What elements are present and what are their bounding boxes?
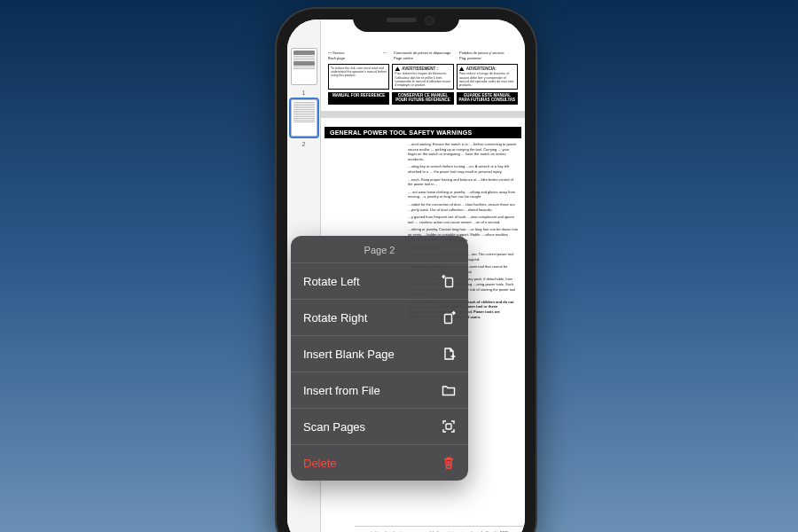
menu-item-label: Delete xyxy=(303,457,337,470)
rotate-right-button[interactable]: Rotate Right xyxy=(291,299,468,335)
warning-box-fr: AVERTISSEMENT : Pour réduire les risques… xyxy=(392,64,453,90)
save-manual-bar-fr: CONSERVER CE MANUEL POUR FUTURE RÉFÉRENC… xyxy=(392,92,453,105)
trash-icon xyxy=(442,456,456,470)
document-bottom-cutoff: power tool in a damp location is …e a gr… xyxy=(355,526,525,532)
thumbnail-label: 2 xyxy=(302,141,306,147)
toc-entry: Back page xyxy=(328,56,345,60)
folder-icon xyxy=(442,383,456,397)
warning-triangle-icon xyxy=(395,66,400,71)
thumbnail-label: 1 xyxy=(302,90,306,96)
rotate-left-button[interactable]: Rotate Left xyxy=(291,262,468,299)
warning-triangle-icon xyxy=(459,66,465,71)
toc-entry: Commande de pièces et dépannage xyxy=(394,51,451,55)
svg-rect-0 xyxy=(446,278,453,287)
save-manual-bar-en: MANUAL FOR REFERENCE xyxy=(328,92,389,105)
toc-entry: Pedidos de piezas y servicio xyxy=(459,51,504,55)
insert-blank-page-button[interactable]: Insert Blank Page xyxy=(291,335,468,372)
scan-icon xyxy=(442,419,456,434)
iphone-frame: 1 2 ⋯ Service⋯ Back page xyxy=(277,9,536,532)
thumbnail-page-1[interactable] xyxy=(291,48,317,85)
menu-item-label: Insert Blank Page xyxy=(303,348,395,361)
section-heading: GENERAL POWER TOOL SAFETY WARNINGS xyxy=(325,127,521,138)
page-context-menu: Page 2 Rotate Left Rotate Right Insert B… xyxy=(291,236,468,481)
menu-item-label: Scan Pages xyxy=(303,420,365,434)
iphone-notch xyxy=(353,9,459,32)
thumbnail-page-2[interactable] xyxy=(291,99,317,137)
rotate-right-icon xyxy=(442,310,456,325)
svg-rect-2 xyxy=(446,424,451,429)
scan-pages-button[interactable]: Scan Pages xyxy=(291,408,468,444)
toc-entry: Pág. posterior xyxy=(459,56,481,60)
pdf-editor-app: 1 2 ⋯ Service⋯ Back page xyxy=(287,20,525,532)
warning-box-en: To reduce the risk, user must read and u… xyxy=(328,64,389,90)
page-plus-icon xyxy=(442,347,456,361)
rotate-left-icon xyxy=(442,274,456,288)
document-page-1-bottom: ⋯ Service⋯ Back page Commande de pièces … xyxy=(321,46,525,111)
toc-entry: Page arrière xyxy=(394,56,413,60)
phone-screen: 1 2 ⋯ Service⋯ Back page xyxy=(287,20,525,532)
menu-item-label: Rotate Left xyxy=(303,275,360,288)
menu-item-label: Rotate Right xyxy=(303,311,367,325)
menu-item-label: Insert from File xyxy=(303,384,380,397)
delete-button[interactable]: Delete xyxy=(291,444,468,481)
context-menu-title: Page 2 xyxy=(291,236,468,262)
svg-rect-1 xyxy=(445,315,452,324)
warning-box-es: ADVERTENCIA: Para reducir el riesgo de l… xyxy=(457,64,518,90)
save-manual-bar-es: GUARDE ESTE MANUAL PARA FUTURAS CONSULTA… xyxy=(457,92,518,105)
insert-from-file-button[interactable]: Insert from File xyxy=(291,372,468,408)
